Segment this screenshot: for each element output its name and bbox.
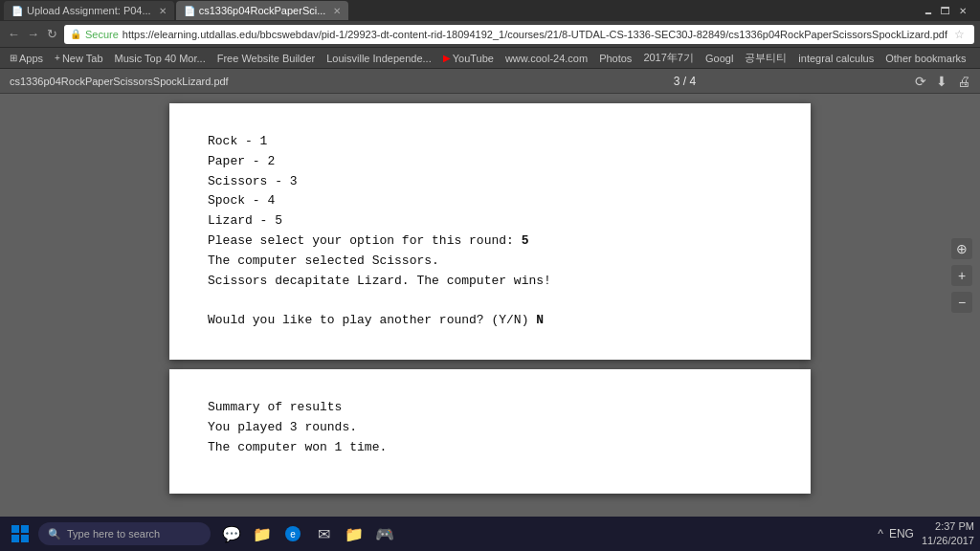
refresh-button[interactable]: ↻ [45,25,60,44]
line-computer-won: The computer won 1 time. [208,440,387,454]
line-lizard: Lizard - 5 [208,213,282,228]
svg-rect-0 [11,525,19,533]
clock-time: 2:37 PM [922,519,974,534]
address-icons: ☆ [951,26,969,43]
svg-rect-1 [21,525,29,533]
bookmark-apps[interactable]: ⊞ Apps [6,52,47,65]
side-button-plus[interactable]: + [951,265,972,286]
line-result: Scissors decapitate Lizard. The computer… [208,274,551,288]
taskbar-icon-chat[interactable]: 💬 [218,520,245,547]
bookmark-music[interactable]: Music Top 40 Mor... [111,52,210,65]
tray-eng: ENG [889,527,914,540]
line-summary: Summary of results [208,400,342,414]
bookmark-website-label: Free Website Builder [217,53,316,64]
bookmarks-bar: ⊞ Apps + New Tab Music Top 40 Mor... Fre… [0,48,980,69]
bookmark-google-label: Googl [705,53,733,64]
windows-icon [11,525,29,542]
taskbar-icon-game[interactable]: 🎮 [371,520,398,547]
maximize-button[interactable]: 🗖 [940,5,951,16]
window-controls: 🗕 🗖 ✕ [923,5,976,16]
taskbar: 🔍 Type here to search 💬 📁 e ✉ 📁 🎮 ^ ENG … [0,517,980,551]
print-button[interactable]: 🖨 [957,74,970,89]
side-buttons: ⊕ + − [951,238,972,313]
pdf-filename: cs1336p04RockPaperScissorsSpockLizard.pd… [10,76,455,87]
bookmark-apps-label: Apps [19,53,43,64]
taskbar-tray: ^ ENG [878,527,914,540]
taskbar-icons: 💬 📁 e ✉ 📁 🎮 [218,520,398,547]
line-scissors: Scissors - 3 [208,174,298,188]
url-text: https://elearning.utdallas.edu/bbcswebda… [122,29,947,40]
svg-rect-2 [11,535,19,542]
svg-text:e: e [290,529,296,540]
bookmark-other[interactable]: Other bookmarks [881,52,969,65]
star-icon[interactable]: ☆ [951,26,969,43]
tab-pdf[interactable]: 📄 cs1336p04RockPaperSci... ✕ [176,1,349,20]
download-button[interactable]: ⬇ [936,74,947,89]
clock-date: 11/26/2017 [922,534,974,548]
address-field[interactable]: 🔒 Secure https://elearning.utdallas.edu/… [64,25,974,44]
search-icon: 🔍 [48,528,61,540]
address-bar: ← → ↻ 🔒 Secure https://elearning.utdalla… [0,21,980,48]
tab-upload-close[interactable]: ✕ [159,6,167,16]
apps-icon: ⊞ [10,53,17,63]
side-button-minus[interactable]: − [951,292,972,313]
minimize-button[interactable]: 🗕 [923,5,934,16]
line-paper: Paper - 2 [208,154,275,168]
page2-content: Summary of results You played 3 rounds. … [208,398,772,457]
taskbar-icon-edge[interactable]: e [279,520,306,547]
bookmark-study[interactable]: 공부티티 [741,50,791,66]
bookmark-2017[interactable]: 2017年7기 [639,50,698,66]
line-select-suffix: 5 [522,233,529,248]
bookmark-photos-label: Photos [599,53,632,64]
line-answer: N [536,313,544,327]
secure-label: Secure [85,29,119,40]
newtab-icon: + [55,53,60,63]
bookmark-integral[interactable]: integral calculus [794,52,878,65]
tab-upload-label: Upload Assignment: P04... [27,5,151,16]
pdf-page-1: Rock - 1 Paper - 2 Scissors - 3 Spock - … [169,103,811,360]
bookmark-photos[interactable]: Photos [595,52,635,65]
bookmark-2017-label: 2017年7기 [643,51,694,65]
pdf-page-info: 3 / 4 [462,75,907,88]
bookmark-youtube[interactable]: ▶ YouTube [439,52,498,65]
bookmark-google[interactable]: Googl [702,52,737,65]
edge-icon: e [284,525,301,542]
line-rock: Rock - 1 [208,134,267,148]
bookmark-youtube-label: YouTube [453,53,494,64]
start-button[interactable] [6,519,34,548]
taskbar-search[interactable]: 🔍 Type here to search [38,522,211,545]
bookmark-cool24[interactable]: www.cool-24.com [501,52,591,65]
tab-pdf-label: cs1336p04RockPaperSci... [199,5,326,16]
secure-icon: 🔒 [70,29,81,39]
close-button[interactable]: ✕ [957,5,969,16]
bookmark-music-label: Music Top 40 Mor... [115,53,206,64]
line-spock: Spock - 4 [208,193,275,208]
line-played: You played 3 rounds. [208,420,357,434]
tab-upload[interactable]: 📄 Upload Assignment: P04... ✕ [4,1,174,20]
side-button-crosshair[interactable]: ⊕ [951,238,972,259]
bookmark-integral-label: integral calculus [798,53,874,64]
taskbar-right: ^ ENG 2:37 PM 11/26/2017 [878,519,974,549]
bookmark-newtab[interactable]: + New Tab [51,52,106,65]
svg-rect-3 [21,535,29,542]
bookmark-website[interactable]: Free Website Builder [213,52,320,65]
tray-caret[interactable]: ^ [878,527,883,540]
main-content: Rock - 1 Paper - 2 Scissors - 3 Spock - … [0,94,980,517]
bookmark-cool24-label: www.cool-24.com [505,53,588,64]
search-placeholder: Type here to search [67,528,160,540]
taskbar-icon-explorer[interactable]: 📁 [341,520,368,547]
pdf-page-2: Summary of results You played 3 rounds. … [169,369,811,494]
taskbar-icon-file[interactable]: 📁 [249,520,276,547]
title-bar: 📄 Upload Assignment: P04... ✕ 📄 cs1336p0… [0,0,980,21]
taskbar-clock: 2:37 PM 11/26/2017 [922,519,974,549]
bookmark-other-label: Other bookmarks [885,53,966,64]
line-computer-selected: The computer selected Scissors. [208,253,439,268]
rotate-button[interactable]: ⟳ [915,74,926,89]
back-button[interactable]: ← [6,25,21,44]
line-select: Please select your option for this round… [208,233,522,248]
taskbar-icon-mail[interactable]: ✉ [310,520,337,547]
bookmark-louisville[interactable]: Louisville Independe... [323,52,434,65]
tab-pdf-close[interactable]: ✕ [333,6,341,16]
forward-button[interactable]: → [25,25,40,44]
youtube-icon: ▶ [443,53,451,63]
